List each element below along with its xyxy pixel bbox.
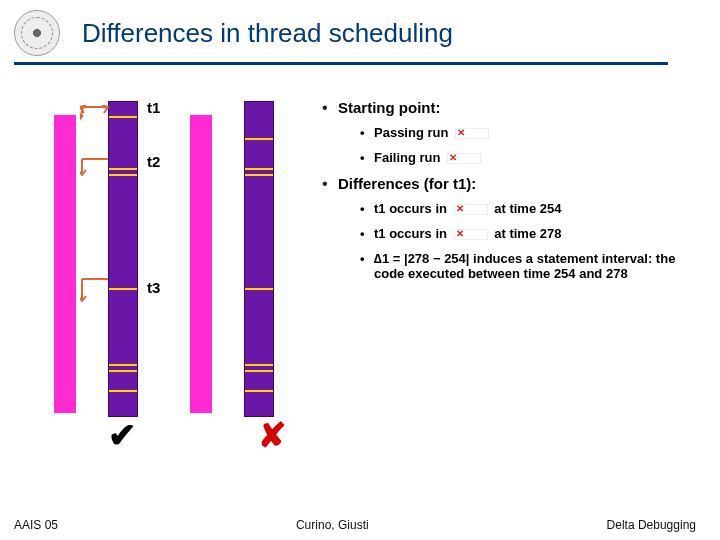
pass-seg-4 [109, 288, 137, 290]
pass-purple-bar [108, 101, 138, 417]
starting-point-label: Starting point: [338, 99, 440, 116]
passing-run: Passing run [360, 125, 700, 140]
fail-pink-column [186, 105, 216, 413]
slide-title: Differences in thread scheduling [82, 18, 453, 49]
fail-seg-6 [245, 370, 273, 372]
fail-seg-1 [245, 138, 273, 140]
passing-run-icon [455, 128, 489, 139]
label-t1: t1 [147, 99, 160, 116]
fail-seg-4 [245, 288, 273, 290]
footer-right: Delta Debugging [607, 518, 696, 532]
occ-pass: t1 occurs in at time 254 [360, 201, 700, 216]
footer-center: Curino, Giusti [296, 518, 369, 532]
pass-seg-5 [109, 364, 137, 366]
delta-line: ∆1 = |278 − 254| induces a statement int… [360, 251, 700, 281]
passing-run-label: Passing run [374, 125, 448, 140]
fail-seg-5 [245, 364, 273, 366]
arrow-t3 [80, 277, 110, 305]
pass-seg-6 [109, 370, 137, 372]
cross-icon: ✘ [258, 415, 286, 455]
occ-pass-a: t1 occurs in [374, 201, 447, 216]
occ-pass-icon [454, 204, 488, 215]
label-t2: t2 [147, 153, 160, 170]
check-icon: ✔ [108, 415, 136, 455]
differences-label: Differences (for t1): [338, 175, 476, 192]
fail-seg-7 [245, 390, 273, 392]
fail-seg-3 [245, 174, 273, 176]
occ-fail-a: t1 occurs in [374, 226, 447, 241]
pass-seg-2 [109, 168, 137, 170]
differences: Differences (for t1): t1 occurs in at ti… [322, 175, 700, 281]
footer-left: AAIS 05 [14, 518, 58, 532]
starting-point: Starting point: Passing run Failing run [322, 99, 700, 165]
occ-fail: t1 occurs in at time 278 [360, 226, 700, 241]
footer: AAIS 05 Curino, Giusti Delta Debugging [0, 518, 720, 532]
notes: Starting point: Passing run Failing run … [322, 95, 700, 457]
pass-seg-1 [109, 116, 137, 118]
content-area: t1 t2 t3 ✔ ✘ Starting point: Passing run… [0, 65, 720, 457]
fail-pink-fill [190, 115, 212, 413]
failing-run-label: Failing run [374, 150, 440, 165]
seal-logo [14, 10, 60, 56]
pass-pink-fill [54, 115, 76, 413]
pass-pink-column [50, 105, 80, 413]
failing-run-icon [447, 153, 481, 164]
arrow-t1 [80, 105, 110, 125]
fail-purple-bar [244, 101, 274, 417]
failing-run: Failing run [360, 150, 700, 165]
delta-text: ∆1 = |278 − 254| induces a statement int… [374, 251, 675, 281]
thread-diagram: t1 t2 t3 ✔ ✘ [28, 95, 312, 457]
header: Differences in thread scheduling [0, 0, 720, 62]
occ-fail-b: at time 278 [494, 226, 561, 241]
pass-seg-3 [109, 174, 137, 176]
arrow-t2 [80, 157, 110, 179]
occ-pass-b: at time 254 [494, 201, 561, 216]
occ-fail-icon [454, 229, 488, 240]
label-t3: t3 [147, 279, 160, 296]
fail-seg-2 [245, 168, 273, 170]
pass-seg-7 [109, 390, 137, 392]
